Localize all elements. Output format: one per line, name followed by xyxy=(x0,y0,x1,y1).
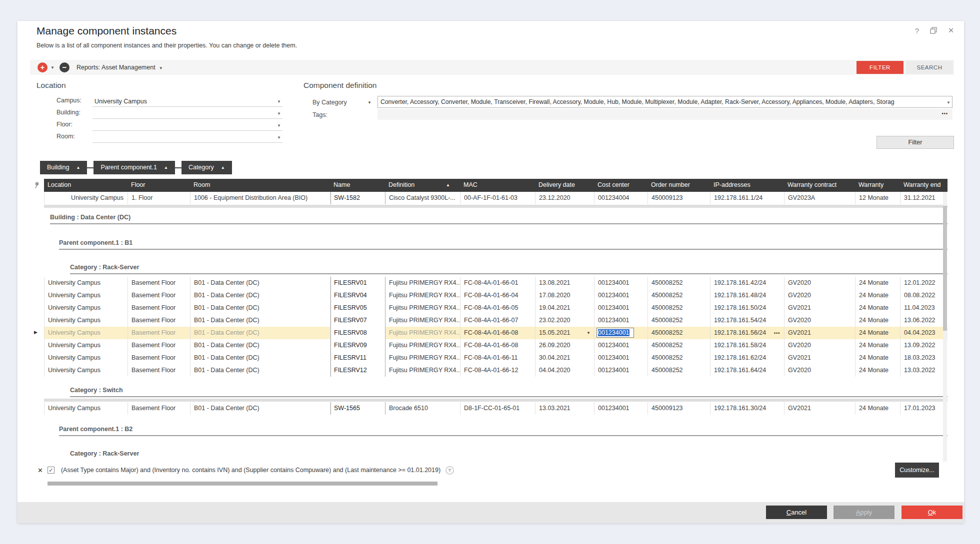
column-header[interactable]: Location xyxy=(44,179,128,192)
group-header[interactable]: Building : Data Center (DC) xyxy=(50,214,948,224)
search-button[interactable]: SEARCH xyxy=(906,61,953,74)
table-cell: 12 Monate xyxy=(856,192,900,204)
column-header[interactable]: Warranty end xyxy=(900,179,946,192)
table-cell: GV2020 xyxy=(784,289,856,302)
floor-select[interactable]: ▼ xyxy=(92,121,282,131)
row-group: University CampusBasement FloorB01 - Dat… xyxy=(44,402,948,415)
table-cell: 24 Monate xyxy=(856,352,900,364)
chevron-down-icon[interactable]: ▼ xyxy=(368,100,372,105)
categories-input[interactable]: Converter, Accessory, Converter, Module,… xyxy=(378,96,952,108)
by-category-dropdown[interactable]: By Category xyxy=(312,99,347,106)
table-cell: FC-08-4A-01-66-11 xyxy=(460,352,536,364)
table-row[interactable]: University CampusBasement FloorB01 - Dat… xyxy=(44,277,948,289)
add-dropdown-caret-icon[interactable]: ▼ xyxy=(50,65,54,70)
ok-button[interactable]: Ok xyxy=(902,506,962,519)
column-header[interactable]: Order number xyxy=(648,179,710,192)
table-cell: 19.04.2021 xyxy=(536,302,594,314)
vertical-scrollbar[interactable] xyxy=(943,192,947,462)
building-select[interactable]: ▼ xyxy=(92,109,282,119)
filter-funnel-icon[interactable] xyxy=(446,466,454,475)
table-cell: GV2020 xyxy=(784,314,856,327)
cancel-button[interactable]: Cancel xyxy=(766,506,827,519)
splitter-bar[interactable] xyxy=(44,399,948,402)
pin-icon xyxy=(33,181,40,189)
table-cell: 001234001 xyxy=(594,302,648,314)
column-header[interactable]: Warranty xyxy=(855,179,900,192)
group-header[interactable]: Category : Rack-Server xyxy=(70,450,948,457)
table-row[interactable]: University CampusBasement FloorB01 - Dat… xyxy=(44,402,948,415)
reports-dropdown[interactable]: Reports: Asset Management▼ xyxy=(76,64,168,71)
tags-input[interactable]: ⋯ xyxy=(378,109,952,120)
table-cell: B01 - Data Center (DC) xyxy=(190,277,330,289)
scrollbar-thumb[interactable] xyxy=(943,206,947,331)
table-cell: 001234001 xyxy=(594,402,648,415)
restore-icon[interactable] xyxy=(930,27,938,34)
column-header[interactable]: MAC xyxy=(460,179,535,192)
table-cell: Basement Floor xyxy=(128,314,190,327)
splitter-bar[interactable] xyxy=(44,205,948,208)
ellipsis-icon[interactable]: ⋯ xyxy=(774,329,781,337)
add-button[interactable]: + xyxy=(38,62,48,72)
tags-label: Tags: xyxy=(312,111,328,118)
sort-asc-icon: ▲ xyxy=(164,165,168,170)
close-icon[interactable]: ✕ xyxy=(947,26,955,35)
group-header[interactable]: Category : Switch xyxy=(70,387,948,397)
pinned-row[interactable]: University Campus1. Floor1006 - Equipmen… xyxy=(44,192,948,204)
table-cell: University Campus xyxy=(44,302,128,314)
table-row[interactable]: University CampusBasement FloorB01 - Dat… xyxy=(44,364,948,377)
column-header[interactable]: Room xyxy=(190,179,330,192)
table-cell: B01 - Data Center (DC) xyxy=(190,352,330,364)
table-row[interactable]: University CampusBasement FloorB01 - Dat… xyxy=(44,302,948,314)
campus-select[interactable]: University Campus▼ xyxy=(92,97,282,107)
filter-enabled-checkbox[interactable]: ✓ xyxy=(48,467,54,474)
horizontal-scrollbar[interactable] xyxy=(48,482,438,486)
table-cell: FC-08-4A-01-66-12 xyxy=(460,364,536,377)
column-header[interactable]: Warranty contract xyxy=(784,179,855,192)
table-row[interactable]: University CampusBasement FloorB01 - Dat… xyxy=(44,352,948,364)
location-heading: Location xyxy=(36,81,66,90)
column-header[interactable]: ▲Definition xyxy=(385,179,460,192)
table-cell: 001234001 xyxy=(594,327,648,339)
table-cell: University Campus xyxy=(44,352,128,364)
table-cell: Basement Floor xyxy=(128,327,190,339)
apply-button[interactable]: Apply xyxy=(834,506,894,519)
table-row[interactable]: University CampusBasement FloorB01 - Dat… xyxy=(44,289,948,302)
group-header[interactable]: Parent component.1 : B2 xyxy=(59,426,948,436)
group-chip-building[interactable]: Building▲ xyxy=(40,161,87,174)
ellipsis-icon[interactable]: ⋯ xyxy=(942,110,948,117)
table-row[interactable]: University CampusBasement FloorB01 - Dat… xyxy=(44,314,948,327)
customize-button[interactable]: Customize... xyxy=(895,463,939,478)
table-cell: 04.04.2020 xyxy=(536,364,594,377)
remove-button[interactable]: − xyxy=(60,62,70,72)
column-header[interactable]: Name xyxy=(330,179,385,192)
table-cell: 24 Monate xyxy=(856,339,900,352)
group-header[interactable]: Parent component.1 : B1 xyxy=(59,239,948,250)
table-cell: 30.04.2021 xyxy=(536,352,594,364)
apply-filter-button[interactable]: Filter xyxy=(876,136,954,149)
column-header[interactable]: Floor xyxy=(128,179,190,192)
filter-button[interactable]: FILTER xyxy=(856,61,904,74)
grouping-bar: Building▲ Parent component.1▲ Category▲ xyxy=(40,161,232,174)
cost-center-edit-input[interactable]: 001234001 xyxy=(596,328,634,338)
clear-filter-icon[interactable]: ✕ xyxy=(38,467,43,474)
group-chip-parent-component[interactable]: Parent component.1▲ xyxy=(94,161,175,174)
group-chip-category[interactable]: Category▲ xyxy=(182,161,232,174)
filter-expression-text[interactable]: (Asset Type contains Major) and (Invento… xyxy=(61,467,440,474)
table-cell: Basement Floor xyxy=(128,302,190,314)
table-cell: B01 - Data Center (DC) xyxy=(190,364,330,377)
room-select[interactable]: ▼ xyxy=(92,133,282,143)
table-cell: 31.12.2021 xyxy=(900,192,946,204)
table-row-selected[interactable]: University CampusBasement FloorB01 - Dat… xyxy=(44,327,948,339)
name-cell: FILESRV05 xyxy=(330,302,386,314)
component-definition-heading: Component definition xyxy=(304,81,377,90)
name-cell: SW-1565 xyxy=(330,402,386,415)
chevron-down-icon: ▼ xyxy=(159,66,163,70)
column-header[interactable]: Cost center xyxy=(594,179,648,192)
table-cell: 1006 - Equipment Distribution Area (BIO) xyxy=(190,192,330,204)
help-icon[interactable]: ? xyxy=(913,26,921,35)
table-row[interactable]: University CampusBasement FloorB01 - Dat… xyxy=(44,339,948,352)
column-header[interactable]: IP-addresses xyxy=(710,179,784,192)
column-header[interactable]: Delivery date xyxy=(535,179,594,192)
group-header[interactable]: Category : Rack-Server xyxy=(70,264,948,274)
chevron-down-icon[interactable]: ▼ xyxy=(586,331,590,335)
